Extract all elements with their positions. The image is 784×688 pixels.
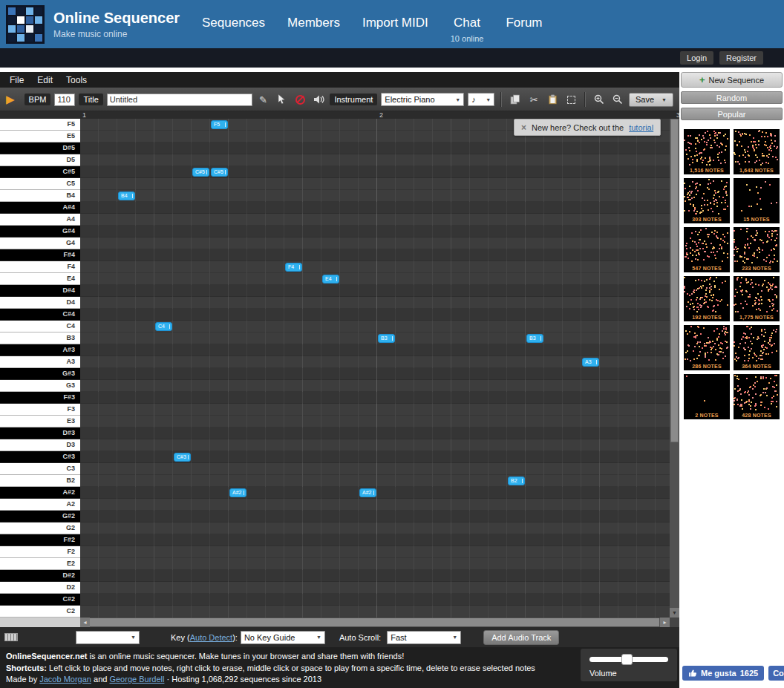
sequencer-note-A3[interactable]: A3 [582, 358, 599, 367]
sequencer-note-B4[interactable]: B4 [118, 191, 135, 200]
piano-key-Fs2[interactable]: F#2 [0, 534, 80, 546]
sequencer-note-Cs5[interactable]: C#5 [192, 168, 209, 177]
piano-key-E2[interactable]: E2 [0, 558, 80, 570]
sequence-thumbnail[interactable]: 547 NOTES [684, 227, 730, 272]
sequence-thumbnail[interactable]: 2 NOTES [684, 374, 730, 419]
sequencer-note-B3[interactable]: B3 [526, 334, 543, 343]
piano-key-Fs3[interactable]: F#3 [0, 392, 80, 404]
piano-key-D2[interactable]: D2 [0, 582, 80, 594]
pencil-icon[interactable]: ✎ [256, 92, 271, 107]
note-grid[interactable]: F5C#5C#5B4F4E4C4B3B3A3C#3B2A#2A#2 × New … [80, 119, 670, 617]
add-audio-track-button[interactable]: Add Audio Track [483, 630, 559, 645]
sequence-thumbnail[interactable]: 364 NOTES [734, 325, 780, 370]
sequencer-note-C4[interactable]: C4 [155, 322, 172, 331]
piano-key-A2[interactable]: A2 [0, 499, 80, 511]
piano-key-A4[interactable]: A4 [0, 214, 80, 226]
vertical-scrollbar[interactable]: ▼ [670, 119, 679, 617]
nav-sequences[interactable]: Sequences [202, 16, 265, 43]
piano-key-B2[interactable]: B2 [0, 475, 80, 487]
scroll-right-icon[interactable]: ▸ [660, 617, 670, 627]
nav-chat[interactable]: Chat10 online [451, 16, 484, 43]
sequence-thumbnail[interactable]: 192 NOTES [684, 276, 730, 321]
piano-key-G4[interactable]: G4 [0, 237, 80, 249]
facebook-share-button[interactable]: Co [768, 666, 784, 681]
piano-key-E5[interactable]: E5 [0, 131, 80, 142]
piano-key-F4[interactable]: F4 [0, 261, 80, 273]
piano-key-C5[interactable]: C5 [0, 178, 80, 190]
menu-tools[interactable]: Tools [59, 73, 94, 87]
piano-key-D5[interactable]: D5 [0, 154, 80, 166]
piano-key-As2[interactable]: A#2 [0, 487, 80, 499]
piano-key-C2[interactable]: C2 [0, 606, 80, 617]
vertical-scrollbar-thumb[interactable] [670, 119, 679, 442]
menu-edit[interactable]: Edit [30, 73, 59, 87]
sequencer-note-E4[interactable]: E4 [322, 275, 339, 284]
piano-key-F3[interactable]: F3 [0, 404, 80, 416]
track-select[interactable]: ▼ [76, 631, 140, 644]
piano-key-Ds3[interactable]: D#3 [0, 427, 80, 439]
piano-key-Ds2[interactable]: D#2 [0, 570, 80, 582]
scroll-left-icon[interactable]: ◂ [80, 617, 90, 627]
volume-slider-handle[interactable] [621, 654, 633, 665]
select-marquee-icon[interactable] [564, 92, 578, 107]
jacob-morgan-link[interactable]: Jacob Morgan [39, 675, 91, 684]
sequence-thumbnail[interactable]: 1,516 NOTES [684, 129, 730, 174]
george-burdell-link[interactable]: George Burdell [109, 675, 164, 684]
ruler-track[interactable]: 123 [80, 111, 679, 119]
copy-icon[interactable] [508, 92, 523, 107]
horizontal-scrollbar-thumb[interactable] [90, 618, 659, 626]
measure-ruler[interactable]: 123 [0, 111, 679, 119]
piano-key-C4[interactable]: C4 [0, 321, 80, 332]
autoscroll-select[interactable]: Fast ▼ [387, 631, 461, 644]
scroll-down-icon[interactable]: ▼ [670, 608, 679, 617]
speaker-icon[interactable] [311, 92, 326, 107]
popular-button[interactable]: Popular [681, 108, 783, 120]
piano-key-F2[interactable]: F2 [0, 546, 80, 558]
sequence-thumbnail[interactable]: 286 NOTES [684, 325, 730, 370]
sequencer-note-B2[interactable]: B2 [508, 476, 525, 485]
sequencer-note-Cs3[interactable]: C#3 [174, 453, 191, 462]
play-icon[interactable]: ▶ [6, 93, 15, 106]
site-title[interactable]: Online Sequencer [53, 10, 180, 27]
erase-icon[interactable] [293, 92, 307, 107]
sequence-thumbnail[interactable]: 428 NOTES [734, 374, 780, 419]
piano-key-Cs2[interactable]: C#2 [0, 594, 80, 606]
piano-key-E4[interactable]: E4 [0, 273, 80, 285]
sequencer-note-B3[interactable]: B3 [378, 334, 395, 343]
sequencer-note-F5[interactable]: F5 [211, 120, 228, 129]
close-icon[interactable]: × [521, 122, 526, 133]
piano-key-C3[interactable]: C3 [0, 463, 80, 475]
piano-key-Gs2[interactable]: G#2 [0, 511, 80, 522]
nav-import-midi[interactable]: Import MIDI [362, 16, 428, 43]
horizontal-scrollbar[interactable]: ◂ ▸ [80, 617, 670, 627]
zoom-out-icon[interactable] [610, 92, 625, 107]
piano-key-Cs5[interactable]: C#5 [0, 166, 80, 178]
piano-key-Cs3[interactable]: C#3 [0, 451, 80, 463]
key-guide-select[interactable]: No Key Guide ▼ [241, 631, 325, 644]
piano-key-Gs4[interactable]: G#4 [0, 226, 80, 237]
menu-file[interactable]: File [3, 73, 30, 87]
sequence-thumbnail[interactable]: 1,775 NOTES [734, 276, 780, 321]
cut-icon[interactable]: ✂ [526, 92, 541, 107]
zoom-in-icon[interactable] [592, 92, 607, 107]
piano-key-B3[interactable]: B3 [0, 332, 80, 344]
site-logo-icon[interactable] [6, 5, 45, 44]
sequencer-note-F4[interactable]: F4 [285, 263, 302, 272]
piano-key-D3[interactable]: D3 [0, 439, 80, 451]
piano-key-G3[interactable]: G3 [0, 380, 80, 392]
piano-key-B4[interactable]: B4 [0, 190, 80, 202]
login-button[interactable]: Login [680, 51, 713, 65]
piano-key-As4[interactable]: A#4 [0, 202, 80, 214]
sequencer-note-As2[interactable]: A#2 [359, 488, 376, 497]
instrument-select[interactable]: Electric Piano ▼ [381, 93, 464, 106]
piano-key-Gs3[interactable]: G#3 [0, 368, 80, 380]
piano-key-Fs4[interactable]: F#4 [0, 249, 80, 261]
auto-detect-link[interactable]: Auto Detect [190, 633, 232, 642]
sequencer-note-As2[interactable]: A#2 [229, 488, 246, 497]
paste-icon[interactable] [545, 92, 560, 107]
title-input[interactable] [107, 94, 252, 106]
facebook-like-button[interactable]: Me gusta 1625 [682, 666, 764, 681]
tutorial-link[interactable]: tutorial [629, 123, 653, 132]
piano-key-Ds5[interactable]: D#5 [0, 142, 80, 154]
sequencer-note-Cs5[interactable]: C#5 [211, 168, 228, 177]
